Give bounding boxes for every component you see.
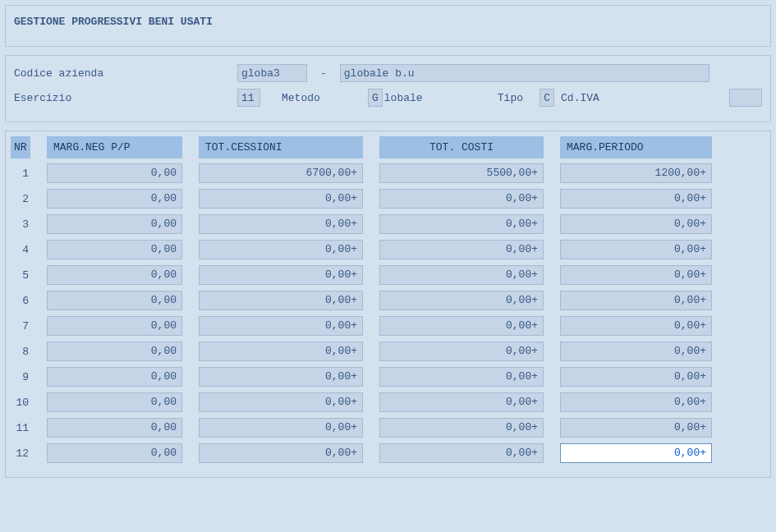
cell-c4[interactable]: 0,00+	[560, 418, 712, 438]
row-number: 10	[11, 397, 30, 409]
table-row: 50,000,00+0,00+0,00+	[11, 265, 762, 285]
cell-c3[interactable]: 0,00+	[379, 342, 544, 361]
row-number: 4	[11, 244, 30, 256]
header-margperiodo: MARG.PERIODO	[560, 136, 712, 158]
codice-row: Codice azienda globa3 - globale b.u	[14, 64, 762, 82]
metodo-g-input[interactable]: G	[368, 89, 383, 107]
cell-c3[interactable]: 0,00+	[379, 443, 544, 463]
cell-c2[interactable]: 0,00+	[199, 367, 363, 387]
cell-c1[interactable]: 0,00	[47, 342, 182, 361]
row-number: 8	[11, 346, 30, 358]
tipo-label: Tipo	[481, 92, 540, 104]
cell-c1[interactable]: 0,00	[47, 214, 182, 234]
cell-c4[interactable]: 0,00+	[560, 342, 712, 361]
cell-c2[interactable]: 0,00+	[199, 418, 363, 438]
cell-c4[interactable]: 0,00+	[560, 367, 712, 387]
row-number: 2	[11, 193, 30, 205]
table-panel: NR MARG.NEG P/P TOT.CESSIONI TOT. COSTI …	[5, 131, 771, 478]
table-row: 10,006700,00+5500,00+1200,00+	[11, 163, 762, 183]
cell-c4[interactable]: 1200,00+	[560, 163, 712, 183]
cell-c1[interactable]: 0,00	[47, 367, 182, 387]
cell-c1[interactable]: 0,00	[47, 163, 182, 183]
metodo-label: Metodo	[260, 92, 335, 104]
cdiva-label: Cd.IVA	[554, 92, 609, 104]
row-number: 11	[11, 422, 30, 434]
table-row: 60,000,00+0,00+0,00+	[11, 291, 762, 310]
header-panel: Codice azienda globa3 - globale b.u Eser…	[5, 55, 771, 122]
header-nr: NR	[11, 136, 30, 158]
cell-c1[interactable]: 0,00	[47, 443, 182, 463]
row-number: 7	[11, 320, 30, 332]
cell-c3[interactable]: 5500,00+	[379, 163, 544, 183]
esercizio-input[interactable]: 11	[237, 89, 260, 107]
cell-c3[interactable]: 0,00+	[379, 367, 544, 387]
cell-c1[interactable]: 0,00	[47, 392, 182, 412]
cell-c2[interactable]: 0,00+	[199, 443, 363, 463]
cell-c3[interactable]: 0,00+	[379, 291, 544, 310]
table-body: 10,006700,00+5500,00+1200,00+20,000,00+0…	[11, 163, 762, 463]
cell-c2[interactable]: 0,00+	[199, 291, 363, 310]
table-row: 90,000,00+0,00+0,00+	[11, 367, 762, 387]
cell-c3[interactable]: 0,00+	[379, 214, 544, 234]
header-margneg: MARG.NEG P/P	[47, 136, 182, 158]
cell-c4[interactable]: 0,00+	[560, 443, 712, 463]
cell-c2[interactable]: 0,00+	[199, 240, 363, 259]
cell-c3[interactable]: 0,00+	[379, 392, 544, 412]
table-row: 30,000,00+0,00+0,00+	[11, 214, 762, 234]
cell-c4[interactable]: 0,00+	[560, 240, 712, 259]
metodo-value: lobale	[383, 92, 481, 104]
cell-c2[interactable]: 0,00+	[199, 189, 363, 209]
row-number: 3	[11, 218, 30, 231]
title-panel: GESTIONE PROGRESSIVI BENI USATI	[5, 5, 771, 47]
page-title: GESTIONE PROGRESSIVI BENI USATI	[14, 16, 213, 28]
row-number: 1	[11, 167, 30, 180]
row-number: 6	[11, 295, 30, 307]
table-row: 40,000,00+0,00+0,00+	[11, 240, 762, 259]
cell-c4[interactable]: 0,00+	[560, 291, 712, 310]
cell-c2[interactable]: 0,00+	[199, 342, 363, 361]
esercizio-label: Esercizio	[14, 92, 237, 104]
cell-c3[interactable]: 0,00+	[379, 189, 544, 209]
cell-c3[interactable]: 0,00+	[379, 265, 544, 285]
cell-c4[interactable]: 0,00+	[560, 316, 712, 336]
cell-c1[interactable]: 0,00	[47, 240, 182, 259]
row-number: 9	[11, 371, 30, 383]
codice-desc-input[interactable]: globale b.u	[340, 64, 709, 82]
table-row: 120,000,00+0,00+0,00+	[11, 443, 762, 463]
codice-input[interactable]: globa3	[237, 64, 307, 82]
cell-c3[interactable]: 0,00+	[379, 418, 544, 438]
cell-c1[interactable]: 0,00	[47, 418, 182, 438]
cell-c1[interactable]: 0,00	[47, 316, 182, 336]
table-header-row: NR MARG.NEG P/P TOT.CESSIONI TOT. COSTI …	[11, 136, 762, 158]
tipo-input[interactable]: C	[540, 89, 554, 107]
cell-c1[interactable]: 0,00	[47, 265, 182, 285]
cdiva-input[interactable]	[729, 89, 762, 107]
cell-c4[interactable]: 0,00+	[560, 189, 712, 209]
esercizio-row: Esercizio 11 Metodo G lobale Tipo C Cd.I…	[14, 89, 762, 107]
codice-label: Codice azienda	[14, 67, 237, 80]
cell-c4[interactable]: 0,00+	[560, 265, 712, 285]
table-row: 110,000,00+0,00+0,00+	[11, 418, 762, 438]
table-row: 80,000,00+0,00+0,00+	[11, 342, 762, 361]
codice-sep: -	[307, 67, 340, 80]
cell-c2[interactable]: 0,00+	[199, 214, 363, 234]
table-row: 100,000,00+0,00+0,00+	[11, 392, 762, 412]
cell-c1[interactable]: 0,00	[47, 189, 182, 209]
row-number: 5	[11, 269, 30, 282]
cell-c3[interactable]: 0,00+	[379, 240, 544, 259]
header-totcosti: TOT. COSTI	[379, 136, 544, 158]
cell-c2[interactable]: 6700,00+	[199, 163, 363, 183]
row-number: 12	[11, 447, 30, 460]
cell-c2[interactable]: 0,00+	[199, 392, 363, 412]
cell-c3[interactable]: 0,00+	[379, 316, 544, 336]
cell-c1[interactable]: 0,00	[47, 291, 182, 310]
header-totcessioni: TOT.CESSIONI	[199, 136, 363, 158]
cell-c2[interactable]: 0,00+	[199, 265, 363, 285]
cell-c4[interactable]: 0,00+	[560, 392, 712, 412]
table-row: 70,000,00+0,00+0,00+	[11, 316, 762, 336]
table-row: 20,000,00+0,00+0,00+	[11, 189, 762, 209]
cell-c4[interactable]: 0,00+	[560, 214, 712, 234]
cell-c2[interactable]: 0,00+	[199, 316, 363, 336]
